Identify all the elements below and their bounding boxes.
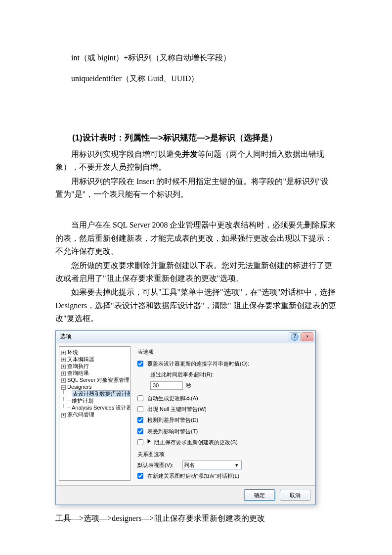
autoscript-label: 自动生成更改脚本(A) [147,394,198,403]
default-view-label: 默认表视图(V): [137,461,174,469]
timeout-input[interactable] [150,381,183,390]
tree-item-sourcecontrol[interactable]: 源代码管理 [67,412,94,417]
addtable-checkbox[interactable] [137,473,143,479]
paragraph-2: 用标识列的字段在 Insert 的时候不用指定主键的值。将字段的"是标识列"设置… [55,175,337,201]
override-timeout-label: 覆盖表设计器更新的连接字符串超时值(O): [147,359,249,368]
chevron-down-icon: ▾ [233,461,240,469]
paragraph-4: 您所做的更改要求删除并重新创建以下表。您对无法重新创建的标进行了更改或者启用了"… [55,259,337,285]
prevent-save-checkbox[interactable] [137,439,143,445]
paragraph-3: 当用户在在 SQL Server 2008 企业管理器中更改表结构时，必须要先删… [55,219,337,258]
tree-item-designers[interactable]: Designers [67,384,92,390]
dialog-title: 选项 [60,332,72,342]
default-view-select[interactable]: 列名 ▾ [182,461,242,469]
cancel-button[interactable]: 取消 [280,490,310,501]
tree-item-analysis[interactable]: Analysis Services 设计器 [72,405,131,411]
tree-item-maintenance[interactable]: 维护计划 [72,398,93,404]
expand-icon[interactable]: + [61,413,66,417]
autoscript-checkbox[interactable] [137,395,143,401]
intro-line-2: uniqueidentifier（又称 Guid、UUID） [55,72,337,85]
addtable-label: 在新建关系图时启动"添加表"对话框(L) [147,471,239,480]
tree-item-queryexec[interactable]: 查询执行 [67,363,89,369]
intro-line-1: int（或 bigint）+标识列（又称自动增长字段） [55,51,337,64]
nav-tree[interactable]: +环境 +文本编辑器 +查询执行 +查询结果 +SQL Server 对象资源管… [59,346,131,481]
paragraph-1: 用标识列实现字段自增可以避免并发等问题（两个人同时插入数据出错现象），不要开发人… [55,148,337,174]
tree-item-texteditor[interactable]: 文本编辑器 [67,356,94,362]
expand-icon[interactable]: + [61,351,66,355]
override-timeout-checkbox[interactable] [137,361,143,367]
diff-checkbox[interactable] [137,417,143,423]
expand-icon[interactable]: + [61,358,66,362]
help-button[interactable]: ? [289,332,301,341]
affected-checkbox[interactable] [137,428,143,434]
close-icon: × [306,333,308,340]
nullpk-checkbox[interactable] [137,406,143,412]
collapse-icon[interactable]: − [61,385,66,390]
section-heading: (1)设计表时：列属性—>标识规范—>是标识（选择是） [55,131,337,145]
options-dialog: 选项 ? × +环境 +文本编辑器 +查询执行 +查询结果 +SQL Serve… [55,330,316,506]
expand-icon[interactable]: + [61,378,66,383]
cursor-icon [147,439,152,446]
options-pane: 表选项 覆盖表设计器更新的连接字符串超时值(O): 超过此时间后事务超时(R):… [131,343,315,486]
tree-item-env[interactable]: 环境 [67,349,78,355]
affected-label: 表受到影响时警告(T) [147,427,198,436]
diff-label: 检测到差异时警告(D) [147,416,198,424]
expand-icon[interactable]: + [61,371,66,376]
tree-item-tabledesigner[interactable]: 表设计器和数据库设计器 [72,390,131,397]
prevent-save-label: 阻止保存要求重新创建表的更改(S) [154,438,238,447]
nullpk-label: 出现 Null 主键时警告(W) [147,405,207,414]
ok-button[interactable]: 确定 [244,490,275,501]
help-icon: ? [291,333,299,341]
tree-item-queryresult[interactable]: 查询结果 [67,370,89,376]
timeout-label: 超过此时间后事务超时(R): [150,370,310,379]
caption: 工具—>选项—>designers—>阻止保存要求重新创建表的更改 [55,512,337,525]
tree-item-sqlserver[interactable]: SQL Server 对象资源管理器 [67,377,131,383]
expand-icon[interactable]: + [61,365,66,369]
diagram-options-heading: 关系图选项 [137,450,310,459]
close-button[interactable]: × [302,332,313,341]
default-view-value: 列名 [184,461,195,469]
paragraph-5: 如果要去掉此提示，可从"工具"菜单中选择"选项"，在"选项"对话框中，选择 De… [55,286,337,325]
dialog-footer: 确定 取消 [56,485,315,505]
table-options-heading: 表选项 [137,347,310,356]
timeout-unit: 秒 [186,381,191,390]
dialog-titlebar[interactable]: 选项 ? × [56,331,315,343]
